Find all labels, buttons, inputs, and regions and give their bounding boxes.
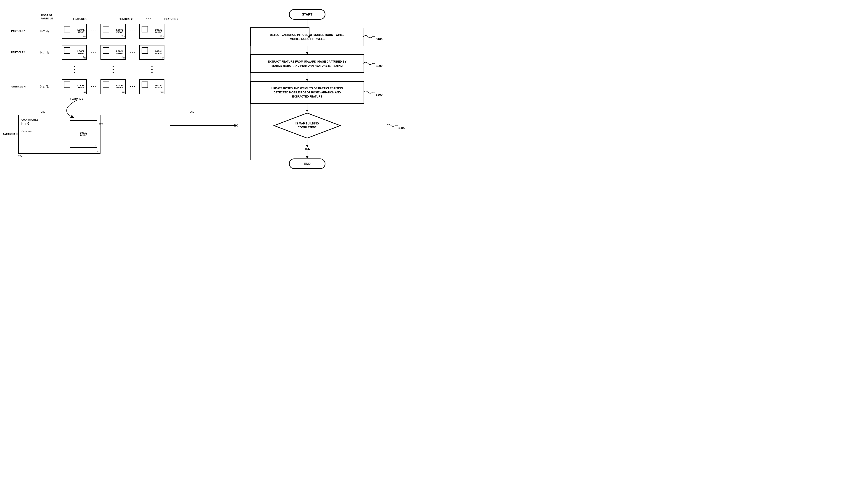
label-256: 256 [98,122,103,125]
arrow-yes-end [307,150,307,159]
feature-box-12: LOCALIMAGE 312 [101,24,126,39]
start-oval: START [289,9,325,20]
s400-diamond: IS MAP BUILDINGCOMPLETED? [273,112,341,139]
particle-2-pose: [x, y, θ]2 [28,51,62,54]
feature-box-11: LOCALIMAGE 111 [62,24,87,39]
feedback-line-vertical [250,28,251,160]
end-node: END [289,159,325,169]
s200-rect: EXTRACT FEATURE FROM UPWARD IMAGE CAPTUR… [250,54,364,73]
s200-label: S200 [363,60,382,68]
s400-text: IS MAP BUILDINGCOMPLETED? [295,122,319,129]
arrow-s200-s300 [307,73,307,81]
label-254: 254 [18,155,192,158]
coords-label: COORDINATES[x, y, z] [21,118,67,125]
s300-rect: UPDATE POSES AND WEIGHTS OF PARTICLES US… [250,81,364,104]
image-subscript-256: 2 [95,145,96,147]
arrow-s400-end [307,139,307,147]
s400-label: S400 [386,122,406,129]
s300-label: S300 [363,89,382,96]
start-node: START [289,9,325,20]
particle-1-label: PARTICLE 1 [4,30,28,32]
feature2-header: FEATURE 2 [110,18,142,20]
feature-box-N1: LOCALIMAGE 2N1 [62,79,87,94]
end-label: END [304,162,311,165]
label-250: 250 [190,110,194,113]
label-252: 252 [41,110,45,113]
sub-N1: N1 [97,150,100,153]
dots-row [62,66,192,73]
local-image-text: LOCALIMAGE [80,132,87,136]
feedback-arrowhead [308,36,310,38]
feature1-arrow-label: FEATURE 1 [70,97,83,100]
s100-node: DETECT VARIATION IN POSE OF MOBILE ROBOT… [250,28,364,46]
s400-node: NO IS MAP BUILDINGCOMPLETED? S400 [227,112,387,139]
s100-label: S100 [363,33,382,41]
feature-box-2J: LOCALIMAGE 12J [139,45,164,60]
yes-label: YES [304,147,310,150]
pose-header: POSE OFPARTICLE [30,14,64,20]
particle-2-label: PARTICLE 2 [4,51,28,54]
s100-rect: DETECT VARIATION IN POSE OF MOBILE ROBOT… [250,28,364,46]
feature-box-1J: LOCALIMAGE 21J [139,24,164,39]
particle-N-row: PARTICLE N [x, y, θ]N LOCALIMAGE 2N1 · ·… [4,79,192,94]
start-label: START [302,13,312,16]
feature1-header: FEATURE 1 [64,18,96,20]
local-image-box-bottom: LOCALIMAGE 2 [70,120,97,148]
particle-1-pose: [x, y, θ]1 [28,30,62,33]
covariance-label: Covariance [21,130,67,132]
particle-N-bottom-label: PARTICLE N [0,133,18,136]
arrow-s300-s400 [307,104,307,112]
feature-box-21: LOCALIMAGE 321 [62,45,87,60]
particle-2-row: PARTICLE 2 [x, y, θ]2 LOCALIMAGE 321 · ·… [4,45,192,60]
feedback-arrow-down [309,28,309,37]
bottom-detail: 252 250 PARTICLE N COORDINATES[x, y, z] … [18,115,192,158]
particle-N-pose: [x, y, θ]N [28,85,62,88]
particle-N-label: PARTICLE N [4,85,28,88]
s200-node: EXTRACT FEATURE FROM UPWARD IMAGE CAPTUR… [250,54,364,73]
feature-box-N2: LOCALIMAGE 1N2 [101,79,126,94]
featureJ-header: FEATURE J [155,18,187,20]
right-panel: START DETECT VARIATION IN POSE OF MOBILE… [196,4,418,247]
arrow-s100-s200 [307,46,307,54]
box-250: PARTICLE N COORDINATES[x, y, z] Covarian… [18,115,101,154]
particle-1-row: PARTICLE 1 [x, y, θ]1 LOCALIMAGE 111 · ·… [4,24,192,39]
flowchart: START DETECT VARIATION IN POSE OF MOBILE… [227,9,387,169]
s300-node: UPDATE POSES AND WEIGHTS OF PARTICLES US… [250,81,364,104]
left-panel: POSE OFPARTICLE FEATURE 1 FEATURE 2 · · … [4,4,192,247]
feature-box-22: LOCALIMAGE 222 [101,45,126,60]
feedback-line-top [250,28,309,28]
end-oval: END [289,159,325,169]
feature-box-NJ: LOCALIMAGE 3NJ [139,79,164,94]
arrow-start-s100 [307,20,307,28]
